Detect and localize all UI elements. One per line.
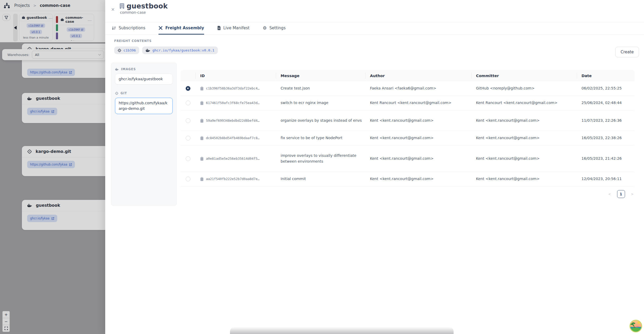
clipboard-icon (200, 101, 204, 105)
row-radio[interactable] (186, 86, 190, 91)
table-row[interactable]: 59a9ef699348ebdbd22d8befd4… organize ove… (181, 110, 635, 131)
freight-contents-label: FREIGHT CONTENTS (114, 39, 152, 43)
drawer-subtitle: common-case (120, 10, 168, 15)
create-button[interactable]: Create (615, 47, 639, 57)
column-header-committer: Committer (471, 70, 577, 81)
tab-settings[interactable]: ⚙ Settings (263, 22, 286, 35)
commit-chip[interactable]: c1b396 (114, 46, 139, 54)
bottom-window-shadow (230, 327, 454, 334)
drawer-title: guestbook (127, 2, 168, 10)
table-header: ID Message Author Committer Date (181, 70, 635, 81)
clipboard-icon (200, 177, 204, 181)
close-icon[interactable]: ✕ (111, 7, 115, 12)
app-root: Projects > common-case (0, 0, 644, 334)
drawer-header: ✕ guestbook common-case (105, 0, 644, 22)
commits-table: ID Message Author Committer Date c1b396f… (181, 70, 635, 198)
column-header-message: Message (276, 70, 365, 81)
pagination-prev-icon[interactable]: < (608, 192, 611, 196)
selection-column-header (181, 70, 195, 81)
file-icon (217, 26, 221, 30)
column-header-author: Author (365, 70, 471, 81)
warehouse-building-icon (119, 3, 124, 9)
image-chip[interactable]: ghcr.io/fykaa/guestbook:v0.0.1 (142, 46, 218, 54)
pagination-page-1[interactable]: 1 (617, 190, 625, 198)
sort-icon (112, 26, 116, 30)
table-row[interactable]: a0e81ad5e5e256eb35614d04f5… improve over… (181, 145, 635, 172)
row-radio[interactable] (186, 177, 190, 181)
table-row[interactable]: dc84502b8bd54fb469bdaaf7c8… fix service … (181, 131, 635, 145)
row-radio[interactable] (186, 136, 190, 140)
table-row[interactable]: aa21f540fb222e52b7d0aa8d7e… Initial comm… (181, 172, 635, 186)
docker-icon (115, 68, 119, 71)
freight-sources-panel: IMAGES ghcr.io/fykaa/guestbook GIT https… (111, 63, 177, 206)
tools-icon (158, 26, 163, 30)
column-header-id: ID (195, 70, 276, 81)
git-source-item[interactable]: https://github.com/fykaa/kargo-demo.git (115, 98, 173, 114)
drawer-tabs: Subscriptions Freight Assembly (105, 22, 644, 35)
row-radio[interactable] (186, 156, 190, 161)
pagination: < 1 > (181, 186, 635, 198)
row-radio[interactable] (186, 118, 190, 123)
docker-icon (146, 48, 150, 52)
pagination-next-icon[interactable]: > (631, 192, 633, 196)
gear-icon: ⚙ (263, 26, 267, 30)
git-commit-icon (118, 49, 121, 52)
clipboard-icon (200, 119, 204, 123)
tab-freight-assembly[interactable]: Freight Assembly (158, 22, 204, 35)
row-radio[interactable] (186, 101, 190, 105)
images-section-header: IMAGES (115, 67, 173, 71)
image-source-item[interactable]: ghcr.io/fykaa/guestbook (115, 74, 173, 84)
clipboard-icon (200, 136, 204, 140)
clipboard-icon (200, 86, 204, 91)
clipboard-icon (200, 157, 204, 161)
tab-subscriptions[interactable]: Subscriptions (112, 22, 145, 35)
island-sticker (629, 319, 642, 333)
table-row[interactable]: 617461f50afc3f68cfe75ea43d… switch to ec… (181, 96, 635, 110)
column-header-date: Date (577, 70, 635, 81)
tab-live-manifest[interactable]: Live Manifest (217, 22, 249, 35)
git-commit-icon (115, 92, 118, 95)
freight-contents-chips: c1b396 ghcr.io/fykaa/guestbook:v0.0.1 (114, 46, 218, 54)
git-section-header: GIT (115, 91, 173, 95)
freight-assembly-drawer: ✕ guestbook common-case (105, 0, 644, 334)
table-row[interactable]: c1b396f58b36a3df3daf22ebc4… Create test.… (181, 81, 635, 96)
